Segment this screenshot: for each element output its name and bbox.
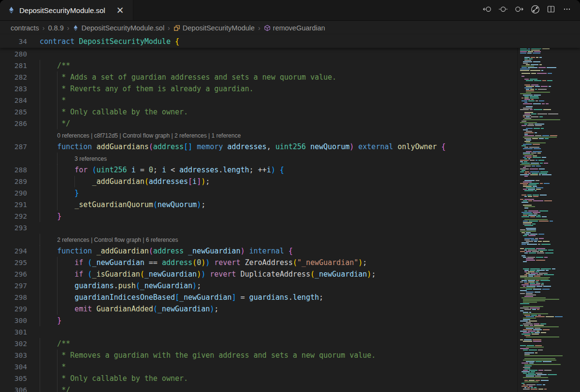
indent-guide	[40, 83, 40, 95]
line-number[interactable]: 289	[0, 176, 29, 187]
line-number[interactable]: 302	[0, 338, 29, 350]
minimap-line	[520, 61, 579, 62]
code-line[interactable]: * Only callable by the owner.	[29, 373, 521, 384]
codelens-row: 3 references	[0, 153, 521, 164]
breadcrumb-item-contracts[interactable]: contracts	[11, 24, 39, 32]
minimap-line	[520, 179, 579, 180]
line-number[interactable]: 287	[0, 141, 29, 153]
minimap-line	[520, 119, 579, 120]
minimap-line	[520, 267, 579, 268]
code-line[interactable]: *	[29, 95, 521, 106]
line-number[interactable]: 298	[0, 292, 29, 303]
codelens[interactable]: 3 references	[29, 153, 521, 165]
breadcrumb-item-0-8-9[interactable]: 0.8.9	[48, 24, 64, 32]
breadcrumb-item-depositsecuritymodule[interactable]: DepositSecurityModule	[174, 24, 255, 32]
line-number[interactable]: 303	[0, 350, 29, 361]
nav-current-button[interactable]	[497, 4, 509, 16]
breadcrumb-item-removeguardian[interactable]: removeGuardian	[264, 24, 325, 32]
code-line[interactable]: *	[29, 361, 521, 373]
line-number[interactable]: 292	[0, 210, 29, 222]
line-number[interactable]: 296	[0, 268, 29, 280]
line-number[interactable]: 288	[0, 164, 29, 176]
line-number[interactable]: 293	[0, 222, 29, 234]
line-number[interactable]: 280	[0, 48, 29, 60]
code-line[interactable]: }	[29, 315, 521, 326]
minimap-line	[520, 266, 579, 266]
code-line[interactable]: /**	[29, 60, 521, 71]
indent-guide	[40, 187, 40, 199]
code-line[interactable]: */	[29, 118, 521, 129]
line-number[interactable]: 290	[0, 187, 29, 199]
line-number[interactable]: 285	[0, 106, 29, 118]
minimap-line	[520, 261, 579, 262]
tab-depositsecuritymodule[interactable]: DepositSecurityModule.sol ✕	[0, 0, 133, 20]
minimap-line	[520, 206, 579, 207]
line-number[interactable]: 281	[0, 60, 29, 71]
minimap-line	[520, 115, 579, 116]
line-number[interactable]: 294	[0, 245, 29, 257]
code-line[interactable]: * Adds a set of guardian addresses and s…	[29, 71, 521, 83]
minimap-line	[520, 222, 579, 223]
nav-forward-button[interactable]	[513, 4, 525, 16]
codelens-link[interactable]: 2 references | Control flow graph | 6 re…	[40, 237, 178, 243]
line-number[interactable]: 284	[0, 95, 29, 106]
minimap-line	[520, 335, 579, 336]
indent-guide	[74, 176, 75, 187]
codelens-link[interactable]: 0 references | c8f712d5 | Control flow g…	[40, 132, 241, 139]
minimap-line	[520, 239, 579, 240]
line-number[interactable]: 283	[0, 83, 29, 95]
more-actions-button[interactable]	[561, 4, 573, 16]
line-number[interactable]: 297	[0, 280, 29, 292]
minimap[interactable]	[517, 35, 580, 392]
code-line[interactable]: guardianIndicesOneBased[_newGuardian] = …	[29, 292, 521, 303]
code-line[interactable]: */	[29, 384, 521, 392]
code-line[interactable]: if (_isGuardian(_newGuardian)) revert Du…	[29, 268, 521, 280]
graph-button[interactable]	[529, 4, 541, 16]
code-line[interactable]: for (uint256 i = 0; i < addresses.length…	[29, 164, 521, 176]
breadcrumb-label: DepositSecurityModule	[183, 24, 255, 32]
line-number[interactable]: 299	[0, 303, 29, 315]
code-line[interactable]: _addGuardian(addresses[i]);	[29, 176, 521, 187]
sticky-scroll-line[interactable]: 34 contract DepositSecurityModule {	[0, 35, 580, 48]
line-number[interactable]: 304	[0, 361, 29, 373]
line-number[interactable]: 282	[0, 71, 29, 83]
code-line[interactable]: }	[29, 187, 521, 199]
minimap-line	[520, 218, 579, 219]
minimap-line	[520, 313, 579, 314]
split-editor-button[interactable]	[545, 4, 557, 16]
minimap-line	[520, 180, 579, 181]
close-icon[interactable]: ✕	[115, 5, 126, 15]
code-line[interactable]: * Only callable by the owner.	[29, 106, 521, 118]
code-line[interactable]: * Removes a guardian with the given addr…	[29, 350, 521, 361]
line-number[interactable]: 286	[0, 118, 29, 129]
line-number[interactable]: 301	[0, 326, 29, 338]
code-line[interactable]: }	[29, 210, 521, 222]
minimap-line	[520, 250, 579, 251]
code-line[interactable]: emit GuardianAdded(_newGuardian);	[29, 303, 521, 315]
line-number[interactable]: 306	[0, 384, 29, 392]
minimap-line	[520, 48, 579, 49]
line-number[interactable]: 305	[0, 373, 29, 384]
code-line[interactable]: function _addGuardian(address _newGuardi…	[29, 245, 521, 257]
codelens[interactable]: 0 references | c8f712d5 | Control flow g…	[29, 129, 521, 141]
indent-guide	[57, 268, 58, 280]
codelens-link[interactable]: 3 references	[40, 155, 107, 162]
code-line[interactable]: guardians.push(_newGuardian);	[29, 280, 521, 292]
code-line[interactable]: _setGuardianQuorum(newQuorum);	[29, 199, 521, 210]
code-line[interactable]: * Reverts any of them is already a guard…	[29, 83, 521, 95]
minimap-line	[520, 60, 579, 61]
minimap-line	[520, 263, 579, 264]
line-number[interactable]: 291	[0, 199, 29, 210]
line-number[interactable]: 295	[0, 257, 29, 268]
codelens[interactable]: 2 references | Control flow graph | 6 re…	[29, 234, 521, 246]
breadcrumb-item-depositsecuritymodule-sol[interactable]: DepositSecurityModule.sol	[72, 24, 164, 32]
code-line[interactable]: if (_newGuardian == address(0)) revert Z…	[29, 257, 521, 268]
code-line[interactable]: function addGuardians(address[] memory a…	[29, 141, 521, 153]
minimap-line	[520, 216, 579, 217]
minimap-line	[520, 338, 579, 339]
minimap-line	[520, 106, 579, 107]
code-line[interactable]: /**	[29, 338, 521, 350]
sticky-code[interactable]: contract DepositSecurityModule {	[29, 36, 580, 47]
line-number[interactable]: 300	[0, 315, 29, 326]
nav-back-button[interactable]	[481, 4, 493, 16]
